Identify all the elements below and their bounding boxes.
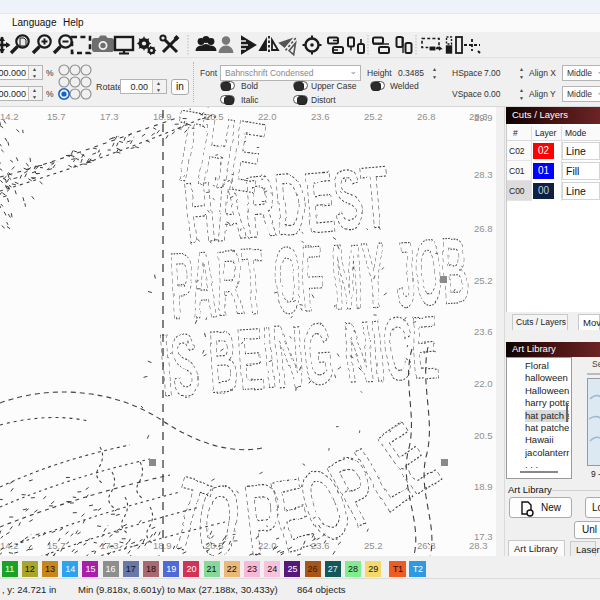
svg-text:IS BEING NICE: IS BEING NICE [157,297,441,415]
svg-text:TO PEOPLE: TO PEOPLE [159,402,455,557]
